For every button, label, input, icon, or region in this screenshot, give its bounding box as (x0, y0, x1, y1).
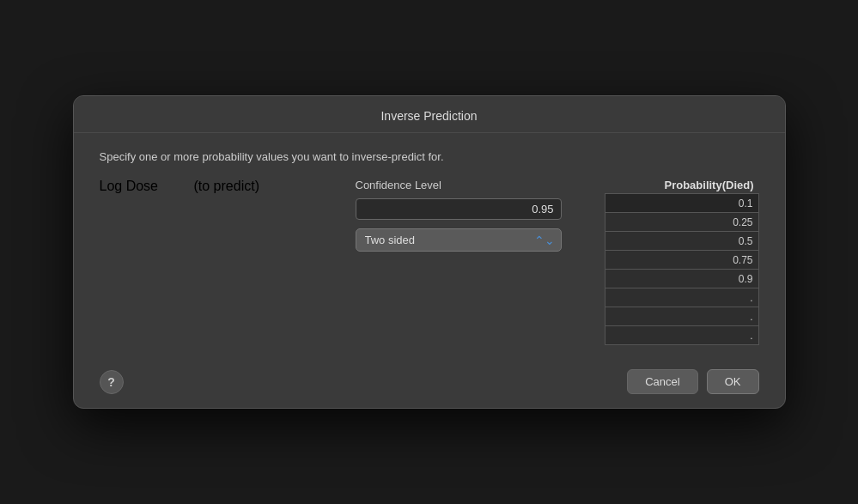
confidence-input[interactable] (356, 198, 562, 220)
table-row: 0.75 (605, 251, 758, 270)
dialog-title: Inverse Prediction (380, 109, 477, 123)
prob-cell[interactable]: . (605, 288, 758, 307)
instruction-text: Specify one or more probability values y… (100, 150, 759, 163)
table-row: 0.5 (605, 232, 758, 251)
right-panel: Confidence Level Two sided One sided (lo… (356, 179, 579, 345)
prob-cell[interactable]: 0.25 (605, 213, 758, 232)
ok-button[interactable]: OK (707, 369, 759, 394)
sided-dropdown-wrapper: Two sided One sided (lower) One sided (u… (356, 228, 562, 252)
to-predict-label: (to predict) (194, 179, 271, 194)
title-bar: Inverse Prediction (74, 96, 785, 133)
dialog-body: Specify one or more probability values y… (74, 133, 785, 359)
confidence-label: Confidence Level (356, 179, 579, 191)
prob-cell[interactable]: 0.75 (605, 251, 758, 270)
sided-dropdown[interactable]: Two sided One sided (lower) One sided (u… (356, 228, 562, 252)
prob-cell[interactable]: 0.5 (605, 232, 758, 251)
prob-cell[interactable]: 0.9 (605, 270, 758, 288)
prob-cell[interactable]: 0.1 (605, 194, 758, 213)
table-row: . (605, 307, 758, 326)
cancel-button[interactable]: Cancel (627, 369, 697, 394)
inverse-prediction-dialog: Inverse Prediction Specify one or more p… (73, 95, 786, 409)
log-dose-label: Log Dose (100, 179, 177, 194)
prob-cell[interactable]: . (605, 307, 758, 326)
probability-table-section: Probability(Died) 0.1 0.25 0.5 (605, 179, 759, 345)
col-labels: Log Dose (to predict) (100, 179, 271, 194)
help-button[interactable]: ? (100, 370, 124, 394)
table-row: 0.25 (605, 213, 758, 232)
main-content: Log Dose (to predict) Confidence Level T… (100, 179, 759, 345)
prob-table: 0.1 0.25 0.5 0.75 (605, 193, 759, 345)
prob-cell[interactable]: . (605, 326, 758, 345)
prob-table-header: Probability(Died) (605, 179, 759, 191)
table-row: 0.9 (605, 270, 758, 288)
table-row: 0.1 (605, 194, 758, 213)
confidence-section: Confidence Level (356, 179, 579, 220)
table-row: . (605, 288, 758, 307)
left-panel: Log Dose (to predict) (100, 179, 271, 345)
footer: ? Cancel OK (74, 359, 785, 408)
table-row: . (605, 326, 758, 345)
action-buttons: Cancel OK (627, 369, 758, 394)
